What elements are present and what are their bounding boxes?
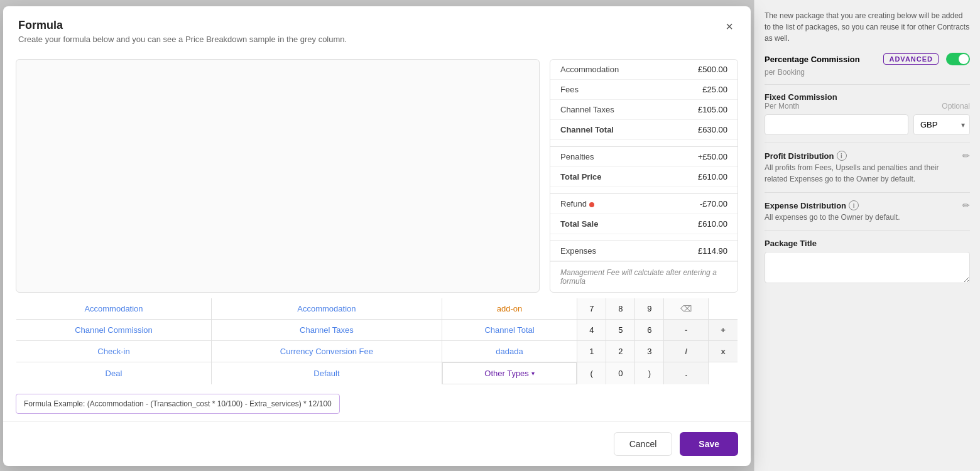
key-6[interactable]: 6 xyxy=(635,320,664,341)
formula-example: Formula Example: (Accommodation - (Trans… xyxy=(16,394,340,414)
currency-select-wrapper: GBP xyxy=(913,114,970,135)
right-panel: The new package that you are creating be… xyxy=(754,0,980,471)
divider-4 xyxy=(765,230,970,231)
keypad-row-3: Check-in Currency Conversion Fee dadada … xyxy=(16,341,738,362)
profit-distribution-edit-icon[interactable]: ✏ xyxy=(962,151,970,161)
key-dadada[interactable]: dadada xyxy=(442,341,577,362)
price-row-accommodation: Accommodation £500.00 xyxy=(550,60,738,80)
key-currency-conversion[interactable]: Currency Conversion Fee xyxy=(211,341,442,362)
advanced-toggle[interactable] xyxy=(946,53,970,65)
key-channel-taxes[interactable]: Channel Taxes xyxy=(211,320,442,341)
total-sale-value: £610.00 xyxy=(698,219,727,229)
management-fee-note: Management Fee will calculate after ente… xyxy=(550,261,738,292)
close-button[interactable]: × xyxy=(721,18,738,35)
key-plus[interactable]: + xyxy=(709,320,738,341)
accommodation-value: £500.00 xyxy=(698,65,727,74)
key-accommodation-2[interactable]: Accommodation xyxy=(211,298,442,320)
expense-distribution-content: Expense Distribution i All expenses go t… xyxy=(765,200,900,223)
price-row-total-sale: Total Sale £610.00 xyxy=(550,214,738,234)
key-1[interactable]: 1 xyxy=(577,341,606,362)
price-row-penalties: Penalties +£50.00 xyxy=(550,146,738,167)
expenses-label: Expenses xyxy=(560,246,596,256)
profit-distribution-section: Profit Distribution i All profits from F… xyxy=(765,151,970,185)
modal-overlay: Formula Create your formula below and yo… xyxy=(0,0,754,471)
keypad-row-1: Accommodation Accommodation add-on 7 8 9… xyxy=(16,298,738,320)
key-checkin[interactable]: Check-in xyxy=(16,341,212,362)
key-0[interactable]: 0 xyxy=(606,362,635,385)
cancel-button[interactable]: Cancel xyxy=(614,432,673,456)
key-close-paren[interactable]: ) xyxy=(635,362,664,385)
price-row-channel-taxes: Channel Taxes £105.00 xyxy=(550,100,738,120)
refund-value: -£70.00 xyxy=(700,199,727,208)
keypad-row-4: Deal Default Other Types ▾ ( 0 ) . xyxy=(16,362,738,385)
formula-modal: Formula Create your formula below and yo… xyxy=(3,6,751,466)
advanced-badge: ADVANCED xyxy=(883,53,939,65)
price-row-expenses: Expenses £114.90 xyxy=(550,241,738,261)
key-decimal[interactable]: . xyxy=(664,362,709,385)
key-8[interactable]: 8 xyxy=(606,298,635,320)
modal-subtitle: Create your formula below and you can se… xyxy=(18,35,736,44)
per-booking-label: per Booking xyxy=(765,68,970,77)
key-3[interactable]: 3 xyxy=(635,341,664,362)
modal-body: Accommodation £500.00 Fees £25.00 Channe… xyxy=(3,51,751,293)
key-default[interactable]: Default xyxy=(211,362,442,385)
channel-total-value: £630.00 xyxy=(698,125,727,134)
right-panel-intro: The new package that you are creating be… xyxy=(765,10,970,44)
formula-input-area[interactable] xyxy=(16,59,540,293)
total-sale-label: Total Sale xyxy=(560,219,598,229)
key-7[interactable]: 7 xyxy=(577,298,606,320)
key-backspace[interactable]: ⌫ xyxy=(664,298,709,320)
divider-3 xyxy=(765,192,970,193)
key-other-types[interactable]: Other Types ▾ xyxy=(442,362,577,384)
divider-1 xyxy=(765,84,970,85)
keypad-table: Accommodation Accommodation add-on 7 8 9… xyxy=(16,298,738,385)
key-9[interactable]: 9 xyxy=(635,298,664,320)
total-price-value: £610.00 xyxy=(698,172,727,181)
key-minus[interactable]: - xyxy=(664,320,709,341)
price-breakdown-panel: Accommodation £500.00 Fees £25.00 Channe… xyxy=(550,59,738,293)
keypad-left: Accommodation Accommodation add-on 7 8 9… xyxy=(16,298,738,385)
penalties-label: Penalties xyxy=(560,152,594,161)
key-deal[interactable]: Deal xyxy=(16,362,212,385)
fixed-commission-input[interactable] xyxy=(765,114,908,135)
key-2[interactable]: 2 xyxy=(606,341,635,362)
fixed-commission-label: Fixed Commission xyxy=(765,92,970,102)
profit-distribution-info-icon[interactable]: i xyxy=(837,151,847,161)
advanced-toggle-row: ADVANCED xyxy=(883,53,970,65)
channel-taxes-value: £105.00 xyxy=(698,105,727,114)
key-open-paren[interactable]: ( xyxy=(577,362,606,385)
price-row-fees: Fees £25.00 xyxy=(550,80,738,100)
expenses-value: £114.90 xyxy=(698,246,727,256)
percentage-commission-row: Percentage Commission ADVANCED xyxy=(765,53,970,65)
key-channel-commission[interactable]: Channel Commission xyxy=(16,320,212,341)
chevron-down-icon: ▾ xyxy=(531,370,535,377)
keypad-section: Accommodation Accommodation add-on 7 8 9… xyxy=(3,298,751,390)
expense-distribution-section: Expense Distribution i All expenses go t… xyxy=(765,200,970,223)
divider-2 xyxy=(765,143,970,143)
price-row-total-price: Total Price £610.00 xyxy=(550,167,738,187)
key-multiply[interactable]: x xyxy=(709,341,738,362)
fees-value: £25.00 xyxy=(702,85,727,94)
channel-taxes-label: Channel Taxes xyxy=(560,105,614,114)
expense-distribution-edit-icon[interactable]: ✏ xyxy=(962,200,970,210)
package-title-section: Package Title xyxy=(765,239,970,285)
channel-total-label: Channel Total xyxy=(560,125,614,134)
expense-distribution-info-icon[interactable]: i xyxy=(849,200,859,210)
key-accommodation-1[interactable]: Accommodation xyxy=(16,298,212,320)
modal-header: Formula Create your formula below and yo… xyxy=(3,6,751,51)
per-month-label: Per Month xyxy=(765,102,799,111)
expense-distribution-label: Expense Distribution xyxy=(765,201,846,210)
key-divide[interactable]: / xyxy=(664,341,709,362)
key-4[interactable]: 4 xyxy=(577,320,606,341)
currency-select[interactable]: GBP xyxy=(913,114,970,135)
penalties-value: +£50.00 xyxy=(698,152,727,161)
accommodation-label: Accommodation xyxy=(560,65,619,74)
key-addon[interactable]: add-on xyxy=(442,298,577,320)
modal-title: Formula xyxy=(18,19,736,32)
package-title-input[interactable] xyxy=(765,252,970,283)
key-channel-total[interactable]: Channel Total xyxy=(442,320,577,341)
save-button[interactable]: Save xyxy=(680,432,738,456)
fixed-commission-section: Fixed Commission Per Month Optional GBP xyxy=(765,92,970,135)
key-5[interactable]: 5 xyxy=(606,320,635,341)
profit-distribution-label: Profit Distribution xyxy=(765,151,834,161)
